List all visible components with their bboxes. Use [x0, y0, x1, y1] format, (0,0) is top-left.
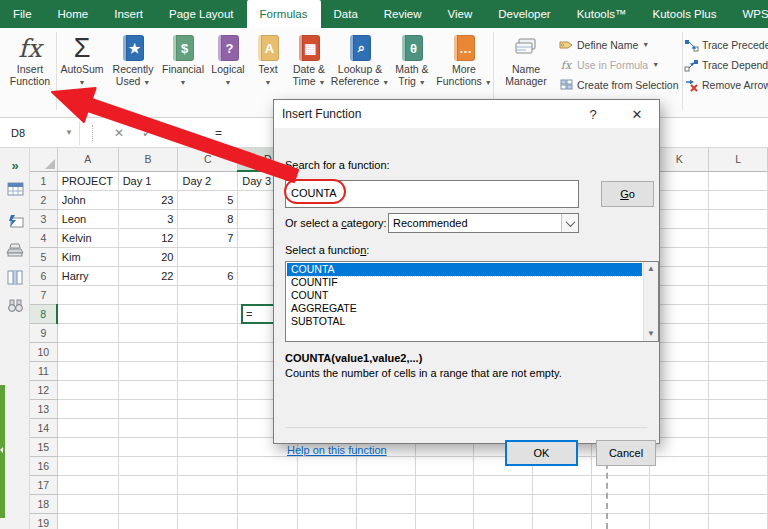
tab-kutools-plus[interactable]: Kutools Plus	[640, 0, 730, 28]
row-header-17[interactable]: 17	[30, 475, 57, 494]
cell-c2[interactable]: 5	[178, 190, 238, 209]
cell-l1[interactable]	[709, 171, 768, 190]
cell-d19[interactable]	[238, 513, 298, 529]
tab-formulas[interactable]: Formulas	[247, 0, 321, 28]
cancel-entry-icon[interactable]: ✕	[105, 126, 133, 140]
cell-f19[interactable]	[356, 513, 415, 529]
financial-button[interactable]: $Financial▼	[159, 28, 207, 112]
row-header-11[interactable]: 11	[30, 361, 57, 380]
row-header-14[interactable]: 14	[30, 418, 57, 437]
row-header-3[interactable]: 3	[30, 209, 57, 228]
function-item-subtotal[interactable]: SUBTOTAL	[287, 315, 642, 328]
cell-d17[interactable]	[238, 475, 298, 494]
cell-l11[interactable]	[709, 361, 768, 380]
tab-wps[interactable]: WPS	[729, 0, 768, 28]
logical-button[interactable]: ?Logical▼	[207, 28, 249, 112]
cell-c5[interactable]	[178, 247, 238, 266]
function-item-aggregate[interactable]: AGGREGATE	[287, 302, 642, 315]
cell-c13[interactable]	[178, 399, 238, 418]
cell-c14[interactable]	[178, 418, 238, 437]
row-header-10[interactable]: 10	[30, 342, 57, 361]
row-header-1[interactable]: 1	[30, 171, 57, 190]
cell-b13[interactable]	[118, 399, 178, 418]
cell-a16[interactable]	[57, 456, 118, 475]
cell-b5[interactable]: 20	[118, 247, 178, 266]
function-item-count[interactable]: COUNT	[287, 289, 642, 302]
cell-h19[interactable]	[474, 513, 533, 529]
cell-h18[interactable]	[474, 494, 533, 513]
cell-c10[interactable]	[178, 342, 238, 361]
cell-a4[interactable]: Kelvin	[57, 228, 118, 247]
cell-c6[interactable]: 6	[178, 266, 238, 285]
cell-k17[interactable]	[650, 475, 709, 494]
cell-f18[interactable]	[356, 494, 415, 513]
cell-b15[interactable]	[118, 437, 178, 456]
cell-l2[interactable]	[709, 190, 768, 209]
cell-a2[interactable]: John	[57, 190, 118, 209]
cell-b12[interactable]	[118, 380, 178, 399]
cell-l17[interactable]	[709, 475, 768, 494]
snap-shot-icon[interactable]	[6, 212, 24, 230]
cell-a12[interactable]	[57, 380, 118, 399]
cell-b3[interactable]: 3	[118, 209, 178, 228]
function-listbox[interactable]: COUNTACOUNTIFCOUNTAGGREGATESUBTOTAL ▲ ▼	[285, 261, 659, 342]
cell-a8[interactable]	[57, 304, 118, 323]
dialog-help-button[interactable]: ?	[571, 100, 615, 128]
cell-l4[interactable]	[709, 228, 768, 247]
row-header-15[interactable]: 15	[30, 437, 57, 456]
cell-c1[interactable]: Day 2	[178, 171, 238, 190]
cell-g16[interactable]	[415, 456, 474, 475]
cell-g17[interactable]	[415, 475, 474, 494]
cell-a11[interactable]	[57, 361, 118, 380]
cell-i19[interactable]	[533, 513, 592, 529]
chevron-down-icon[interactable]	[561, 214, 578, 232]
cell-i18[interactable]	[533, 494, 592, 513]
row-header-16[interactable]: 16	[30, 456, 57, 475]
cell-b9[interactable]	[118, 323, 178, 342]
cell-a7[interactable]	[57, 285, 118, 304]
cell-l15[interactable]	[709, 437, 768, 456]
cell-l10[interactable]	[709, 342, 768, 361]
cell-k19[interactable]	[650, 513, 709, 529]
cell-a3[interactable]: Leon	[57, 209, 118, 228]
row-header-19[interactable]: 19	[30, 513, 57, 529]
row-header-4[interactable]: 4	[30, 228, 57, 247]
cell-b18[interactable]	[118, 494, 178, 513]
cell-l16[interactable]	[709, 456, 768, 475]
category-dropdown[interactable]: Recommended	[388, 213, 579, 233]
column-header-b[interactable]: B	[118, 148, 178, 171]
cell-b8[interactable]	[118, 304, 178, 323]
column-header-a[interactable]: A	[57, 148, 118, 171]
use-in-formula-button[interactable]: fxUse in Formula▼	[558, 55, 682, 75]
cell-l5[interactable]	[709, 247, 768, 266]
dialog-close-icon[interactable]: ✕	[615, 100, 659, 128]
formula-input[interactable]: =	[215, 126, 222, 140]
column-header-l[interactable]: L	[709, 148, 768, 171]
cell-f16[interactable]	[356, 456, 415, 475]
cell-b4[interactable]: 12	[118, 228, 178, 247]
row-header-18[interactable]: 18	[30, 494, 57, 513]
cell-j19[interactable]	[591, 513, 650, 529]
column-list-icon[interactable]	[6, 268, 24, 286]
row-header-9[interactable]: 9	[30, 323, 57, 342]
cell-l6[interactable]	[709, 266, 768, 285]
cell-d18[interactable]	[238, 494, 298, 513]
cell-a13[interactable]	[57, 399, 118, 418]
function-item-countif[interactable]: COUNTIF	[287, 276, 642, 289]
autosum-button[interactable]: ΣAutoSum▼	[57, 28, 107, 112]
define-name-button[interactable]: Define Name▼	[558, 35, 682, 55]
cell-e16[interactable]	[298, 456, 357, 475]
tab-review[interactable]: Review	[371, 0, 435, 28]
cell-l7[interactable]	[709, 285, 768, 304]
row-header-5[interactable]: 5	[30, 247, 57, 266]
cell-e18[interactable]	[298, 494, 357, 513]
remove-arrows-button[interactable]: Remove Arrows	[683, 75, 768, 95]
scroll-up-icon[interactable]: ▲	[647, 265, 655, 273]
cell-c18[interactable]	[178, 494, 238, 513]
cell-a18[interactable]	[57, 494, 118, 513]
row-header-7[interactable]: 7	[30, 285, 57, 304]
trace-precedents-button[interactable]: Trace Precedents	[683, 35, 768, 55]
cell-j17[interactable]	[591, 475, 650, 494]
cell-a15[interactable]	[57, 437, 118, 456]
cell-c3[interactable]: 8	[178, 209, 238, 228]
